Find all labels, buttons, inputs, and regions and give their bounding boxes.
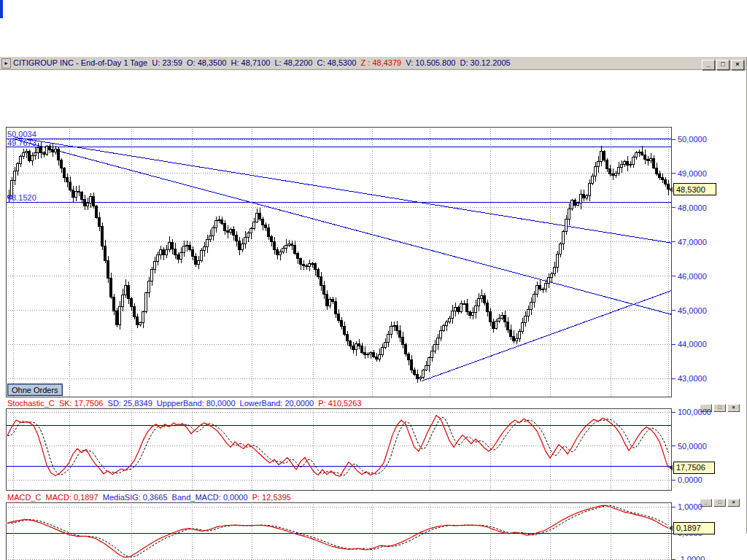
screenshot-root: { "window": { "corner_accent_color": "#0… [0, 0, 747, 560]
macd-chart-canvas[interactable]: 1,00000,0000-1,00000,1897 [0, 502, 747, 560]
svg-text:49,0000: 49,0000 [678, 169, 707, 178]
stochastic-header: Stochastic_C SK: 17,7506 SD: 25,8349 Upp… [0, 398, 700, 408]
window-titlebar[interactable]: ▸ CITIGROUP INC - End-of-Day 1 Tage U: 2… [0, 57, 746, 70]
window-controls: _□× [700, 58, 744, 70]
indicator-line [7, 416, 668, 477]
indicator-line [7, 505, 668, 557]
header-text-segment: P: 12,5395 [252, 493, 291, 502]
header-text-segment: MACD_C MACD: 0,1897 [7, 493, 103, 502]
header-text-segment: SD: 25,8349 UppperBand: 80,0000 LowerBan… [108, 399, 319, 408]
svg-text:46,0000: 46,0000 [678, 272, 707, 281]
svg-text:50,0000: 50,0000 [678, 442, 707, 451]
svg-text:0,0000: 0,0000 [678, 475, 703, 484]
header-text-segment: MediaSIG: 0,3665 Band_MACD: 0,0000 [103, 493, 252, 502]
svg-text:48,0000: 48,0000 [678, 203, 707, 212]
header-text-segment: CITIGROUP INC - End-of-Day 1 Tage U: 23:… [13, 58, 361, 67]
price-chart-canvas[interactable]: 50.003449.767348.152050,000049,000048,00… [0, 127, 747, 397]
header-text-segment: P: 410,5263 [318, 399, 361, 408]
header-text-segment: Stochastic_C SK: 17,7506 [7, 399, 108, 408]
svg-text:45,0000: 45,0000 [678, 306, 707, 315]
indicator-axis: 1,00000,0000-1,00000,1897 [669, 502, 714, 560]
chart-application-window: ▸ CITIGROUP INC - End-of-Day 1 Tage U: 2… [0, 57, 747, 534]
gridlines-layer [6, 127, 671, 397]
svg-text:47,0000: 47,0000 [678, 238, 707, 246]
window-marker-icon[interactable]: ▸ [1, 58, 11, 69]
price-axis: 50,000049,000048,000047,000046,000045,00… [669, 135, 716, 383]
close-button[interactable]: × [731, 60, 744, 70]
header-text-segment: V: 10.505.800 D: 30.12.2005 [406, 58, 510, 67]
ohne-orders-button[interactable]: Ohne Orders [7, 384, 63, 396]
svg-text:43,0000: 43,0000 [678, 374, 707, 383]
svg-text:49.7673: 49.7673 [7, 139, 36, 147]
svg-text:48,5300: 48,5300 [676, 185, 705, 194]
svg-text:0,1897: 0,1897 [676, 524, 701, 532]
svg-text:50,0000: 50,0000 [678, 135, 707, 144]
svg-text:48.1520: 48.1520 [7, 193, 36, 202]
window-corner-accent [0, 0, 3, 18]
svg-text:100,0000: 100,0000 [678, 408, 711, 416]
header-text-segment: Z : 48,4379 [361, 58, 406, 67]
minimize-button[interactable]: _ [702, 60, 715, 70]
svg-text:50.0034: 50.0034 [7, 130, 36, 139]
svg-text:1,0000: 1,0000 [678, 502, 703, 511]
window-title: CITIGROUP INC - End-of-Day 1 Tage U: 23:… [13, 57, 511, 69]
stochastic-chart-canvas[interactable]: 100,000050,00000,000017,7506 [0, 408, 747, 491]
maximize-button[interactable]: □ [716, 60, 729, 70]
svg-text:17,7506: 17,7506 [676, 463, 705, 472]
candles-layer [8, 141, 670, 383]
svg-text:44,0000: 44,0000 [678, 340, 707, 349]
gridlines-layer [6, 502, 671, 560]
indicator-axis: 100,000050,00000,000017,7506 [669, 408, 714, 484]
signal-line [7, 505, 668, 557]
svg-text:-1,0000: -1,0000 [678, 555, 705, 560]
macd-header: MACD_C MACD: 0,1897 MediaSIG: 0,3665 Ban… [0, 492, 700, 502]
gridlines-layer [6, 408, 671, 490]
